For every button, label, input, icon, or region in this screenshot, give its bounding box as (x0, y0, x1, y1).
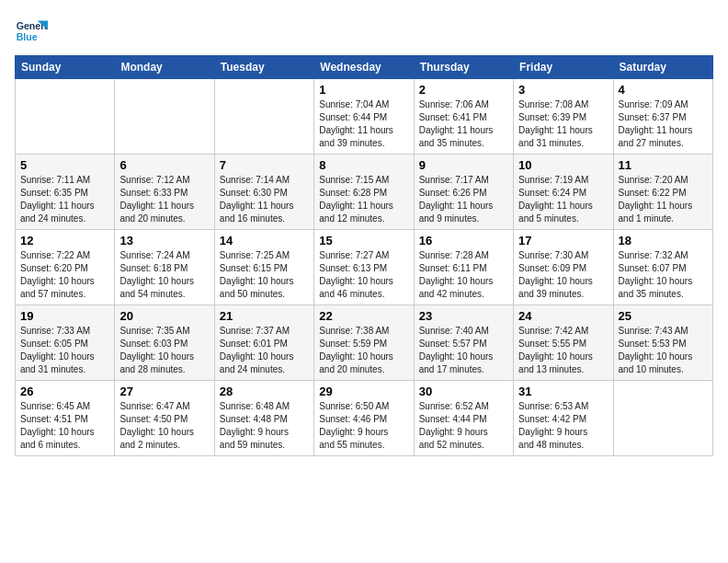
day-info: Sunrise: 7:09 AM Sunset: 6:37 PM Dayligh… (619, 98, 708, 150)
day-number: 29 (319, 385, 408, 398)
calendar-cell: 17Sunrise: 7:30 AM Sunset: 6:09 PM Dayli… (514, 230, 613, 305)
calendar-header-friday: Friday (514, 56, 613, 79)
calendar-header-tuesday: Tuesday (214, 56, 313, 79)
day-number: 10 (518, 158, 608, 172)
calendar-cell: 5Sunrise: 7:11 AM Sunset: 6:35 PM Daylig… (16, 155, 115, 230)
day-info: Sunrise: 6:45 AM Sunset: 4:51 PM Dayligh… (20, 400, 109, 452)
day-number: 23 (419, 309, 508, 323)
calendar-cell: 2Sunrise: 7:06 AM Sunset: 6:41 PM Daylig… (414, 79, 513, 155)
calendar-cell (115, 79, 214, 155)
day-number: 17 (518, 234, 608, 247)
calendar-cell: 3Sunrise: 7:08 AM Sunset: 6:39 PM Daylig… (514, 79, 613, 155)
day-info: Sunrise: 7:22 AM Sunset: 6:20 PM Dayligh… (20, 249, 109, 301)
day-number: 28 (220, 385, 309, 398)
day-info: Sunrise: 7:33 AM Sunset: 6:05 PM Dayligh… (20, 325, 109, 376)
day-info: Sunrise: 7:43 AM Sunset: 5:53 PM Dayligh… (619, 325, 708, 376)
day-info: Sunrise: 7:06 AM Sunset: 6:41 PM Dayligh… (419, 98, 508, 150)
logo: General Blue (15, 15, 48, 48)
day-info: Sunrise: 7:17 AM Sunset: 6:26 PM Dayligh… (419, 174, 508, 225)
day-info: Sunrise: 7:15 AM Sunset: 6:28 PM Dayligh… (319, 174, 408, 225)
calendar-cell: 23Sunrise: 7:40 AM Sunset: 5:57 PM Dayli… (414, 305, 513, 381)
day-number: 2 (419, 83, 508, 97)
day-info: Sunrise: 7:32 AM Sunset: 6:07 PM Dayligh… (619, 249, 708, 301)
calendar-cell: 7Sunrise: 7:14 AM Sunset: 6:30 PM Daylig… (214, 155, 313, 230)
page-header: General Blue (15, 15, 713, 48)
calendar-cell (214, 79, 313, 155)
day-info: Sunrise: 7:40 AM Sunset: 5:57 PM Dayligh… (419, 325, 508, 376)
svg-text:Blue: Blue (17, 31, 38, 42)
day-number: 1 (319, 83, 408, 97)
day-info: Sunrise: 7:35 AM Sunset: 6:03 PM Dayligh… (119, 325, 209, 376)
day-info: Sunrise: 6:48 AM Sunset: 4:48 PM Dayligh… (220, 400, 309, 452)
calendar-header-saturday: Saturday (613, 56, 712, 79)
calendar-cell: 12Sunrise: 7:22 AM Sunset: 6:20 PM Dayli… (16, 230, 115, 305)
day-info: Sunrise: 7:38 AM Sunset: 5:59 PM Dayligh… (319, 325, 408, 376)
calendar-cell (16, 79, 115, 155)
calendar-week-5: 26Sunrise: 6:45 AM Sunset: 4:51 PM Dayli… (16, 381, 713, 456)
calendar-cell: 18Sunrise: 7:32 AM Sunset: 6:07 PM Dayli… (613, 230, 712, 305)
calendar-cell: 28Sunrise: 6:48 AM Sunset: 4:48 PM Dayli… (214, 381, 313, 456)
calendar-cell: 11Sunrise: 7:20 AM Sunset: 6:22 PM Dayli… (613, 155, 712, 230)
day-number: 26 (20, 385, 109, 398)
day-info: Sunrise: 6:53 AM Sunset: 4:42 PM Dayligh… (518, 400, 608, 452)
calendar-week-3: 12Sunrise: 7:22 AM Sunset: 6:20 PM Dayli… (16, 230, 713, 305)
calendar-week-2: 5Sunrise: 7:11 AM Sunset: 6:35 PM Daylig… (16, 155, 713, 230)
day-info: Sunrise: 7:30 AM Sunset: 6:09 PM Dayligh… (518, 249, 608, 301)
calendar-table: SundayMondayTuesdayWednesdayThursdayFrid… (15, 55, 713, 456)
day-info: Sunrise: 6:52 AM Sunset: 4:44 PM Dayligh… (419, 400, 508, 452)
day-info: Sunrise: 7:42 AM Sunset: 5:55 PM Dayligh… (518, 325, 608, 376)
day-number: 6 (119, 158, 209, 172)
calendar-cell (613, 381, 712, 456)
calendar-cell: 6Sunrise: 7:12 AM Sunset: 6:33 PM Daylig… (115, 155, 214, 230)
day-info: Sunrise: 6:50 AM Sunset: 4:46 PM Dayligh… (319, 400, 408, 452)
day-number: 8 (319, 158, 408, 172)
day-number: 20 (119, 309, 209, 323)
calendar-cell: 31Sunrise: 6:53 AM Sunset: 4:42 PM Dayli… (514, 381, 613, 456)
day-info: Sunrise: 7:04 AM Sunset: 6:44 PM Dayligh… (319, 98, 408, 150)
calendar-cell: 4Sunrise: 7:09 AM Sunset: 6:37 PM Daylig… (613, 79, 712, 155)
day-number: 3 (518, 83, 608, 97)
calendar-header-monday: Monday (115, 56, 214, 79)
day-info: Sunrise: 7:19 AM Sunset: 6:24 PM Dayligh… (518, 174, 608, 225)
calendar-cell: 1Sunrise: 7:04 AM Sunset: 6:44 PM Daylig… (314, 79, 414, 155)
calendar-cell: 21Sunrise: 7:37 AM Sunset: 6:01 PM Dayli… (214, 305, 313, 381)
day-number: 4 (619, 83, 708, 97)
calendar-cell: 30Sunrise: 6:52 AM Sunset: 4:44 PM Dayli… (414, 381, 513, 456)
day-number: 7 (220, 158, 309, 172)
calendar-cell: 29Sunrise: 6:50 AM Sunset: 4:46 PM Dayli… (314, 381, 414, 456)
day-number: 19 (20, 309, 109, 323)
day-number: 11 (619, 158, 708, 172)
day-number: 14 (220, 234, 309, 247)
day-number: 22 (319, 309, 408, 323)
calendar-cell: 25Sunrise: 7:43 AM Sunset: 5:53 PM Dayli… (613, 305, 712, 381)
day-info: Sunrise: 7:37 AM Sunset: 6:01 PM Dayligh… (220, 325, 309, 376)
calendar-week-4: 19Sunrise: 7:33 AM Sunset: 6:05 PM Dayli… (16, 305, 713, 381)
day-info: Sunrise: 7:12 AM Sunset: 6:33 PM Dayligh… (119, 174, 209, 225)
day-number: 30 (419, 385, 508, 398)
day-number: 13 (119, 234, 209, 247)
calendar-cell: 13Sunrise: 7:24 AM Sunset: 6:18 PM Dayli… (115, 230, 214, 305)
calendar-cell: 27Sunrise: 6:47 AM Sunset: 4:50 PM Dayli… (115, 381, 214, 456)
calendar-cell: 14Sunrise: 7:25 AM Sunset: 6:15 PM Dayli… (214, 230, 313, 305)
calendar-header-wednesday: Wednesday (314, 56, 414, 79)
day-info: Sunrise: 6:47 AM Sunset: 4:50 PM Dayligh… (119, 400, 209, 452)
day-info: Sunrise: 7:28 AM Sunset: 6:11 PM Dayligh… (419, 249, 508, 301)
day-number: 12 (20, 234, 109, 247)
day-info: Sunrise: 7:25 AM Sunset: 6:15 PM Dayligh… (220, 249, 309, 301)
calendar-cell: 26Sunrise: 6:45 AM Sunset: 4:51 PM Dayli… (16, 381, 115, 456)
day-number: 5 (20, 158, 109, 172)
day-number: 15 (319, 234, 408, 247)
day-info: Sunrise: 7:14 AM Sunset: 6:30 PM Dayligh… (220, 174, 309, 225)
day-info: Sunrise: 7:27 AM Sunset: 6:13 PM Dayligh… (319, 249, 408, 301)
calendar-cell: 16Sunrise: 7:28 AM Sunset: 6:11 PM Dayli… (414, 230, 513, 305)
day-number: 27 (119, 385, 209, 398)
calendar-cell: 10Sunrise: 7:19 AM Sunset: 6:24 PM Dayli… (514, 155, 613, 230)
day-number: 21 (220, 309, 309, 323)
day-info: Sunrise: 7:11 AM Sunset: 6:35 PM Dayligh… (20, 174, 109, 225)
day-number: 31 (518, 385, 608, 398)
day-number: 24 (518, 309, 608, 323)
calendar-header-row: SundayMondayTuesdayWednesdayThursdayFrid… (16, 56, 713, 79)
calendar-cell: 24Sunrise: 7:42 AM Sunset: 5:55 PM Dayli… (514, 305, 613, 381)
day-number: 16 (419, 234, 508, 247)
day-number: 18 (619, 234, 708, 247)
